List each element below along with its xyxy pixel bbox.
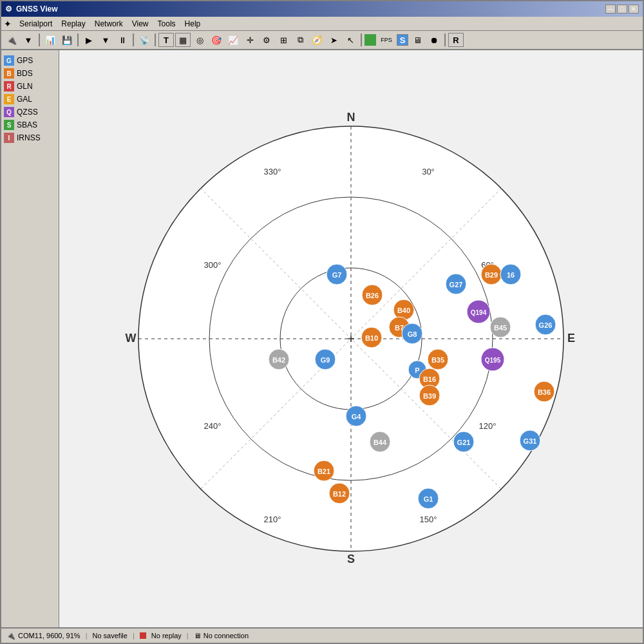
menu-network[interactable]: Network	[91, 19, 127, 29]
dropdown-button[interactable]: ▼	[21, 33, 36, 47]
menu-replay[interactable]: Replay	[57, 19, 89, 29]
svg-text:B10: B10	[365, 334, 378, 342]
gal-label: GAL	[17, 95, 32, 104]
svg-text:Q194: Q194	[471, 309, 487, 316]
table-button[interactable]: ▦	[175, 33, 191, 47]
bds-badge: B	[4, 68, 14, 79]
svg-text:300°: 300°	[204, 260, 222, 270]
close-button[interactable]: ✕	[629, 5, 639, 14]
svg-text:B45: B45	[494, 324, 507, 332]
sidebar: G GPS B BDS R GLN E GAL Q QZSS S SBAS	[1, 50, 59, 627]
replay-indicator	[140, 632, 146, 639]
svg-text:W: W	[126, 332, 137, 345]
network-icon: 🖥	[194, 632, 201, 639]
svg-text:30°: 30°	[422, 167, 435, 176]
arrow-button[interactable]: ➤	[326, 33, 341, 47]
svg-text:N: N	[347, 111, 355, 124]
svg-text:B21: B21	[317, 468, 330, 475]
separator-3	[133, 33, 134, 46]
bds-label: BDS	[17, 69, 33, 78]
svg-text:B35: B35	[431, 356, 444, 364]
title-bar-left: ⚙ GNSS View	[5, 5, 57, 14]
svg-text:G8: G8	[408, 330, 417, 338]
menu-view[interactable]: View	[128, 19, 153, 29]
svg-text:B39: B39	[423, 392, 436, 400]
legend-qzss: Q QZSS	[4, 107, 56, 117]
gps-label: GPS	[17, 56, 33, 65]
menu-tools[interactable]: Tools	[154, 19, 180, 29]
fps-button[interactable]: FPS	[377, 33, 395, 47]
legend-sbas: S SBAS	[4, 120, 56, 130]
qzss-badge: Q	[4, 107, 14, 117]
legend-irnss: I IRNSS	[4, 133, 56, 143]
svg-text:120°: 120°	[479, 421, 497, 431]
connection-text: COM11, 9600, 91%	[18, 632, 80, 639]
sky-view: N S W E 330° 300° 240° 210° 150° 120° 60…	[59, 50, 643, 627]
nav-button[interactable]: 🧭	[309, 33, 325, 47]
play-button[interactable]: ▶	[81, 33, 97, 47]
cross-button[interactable]: ✛	[242, 33, 258, 47]
maximize-button[interactable]: □	[617, 5, 627, 14]
svg-text:P: P	[415, 366, 419, 374]
separator-1	[39, 33, 40, 46]
grid-button[interactable]: ⊞	[276, 33, 291, 47]
pause-button[interactable]: ⏸	[115, 33, 130, 47]
antenna-button[interactable]: 📡	[137, 33, 152, 47]
svg-text:G26: G26	[539, 321, 553, 329]
copy-button[interactable]: ⧉	[292, 33, 308, 47]
minimize-button[interactable]: —	[605, 5, 616, 14]
network-status: 🖥 No connection	[194, 632, 249, 639]
menu-bar: ✦ Serialport Replay Network View Tools H…	[1, 17, 643, 31]
qzss-label: QZSS	[17, 108, 38, 117]
window-title: GNSS View	[16, 5, 57, 14]
sky-plot: N S W E 330° 300° 240° 210° 150° 120° 60…	[113, 100, 589, 577]
divider-1: |	[86, 632, 88, 639]
toolbar: 🔌 ▼ 📊 💾 ▶ ▼ ⏸ 📡 T ▦ ◎ 🎯 📈 ✛ ⚙ ⊞ ⧉ 🧭 ➤ ↖ …	[1, 31, 643, 50]
separator-2	[77, 33, 79, 46]
green-button[interactable]	[365, 34, 376, 46]
bar-button[interactable]: 📈	[225, 33, 241, 47]
svg-text:240°: 240°	[204, 421, 222, 431]
svg-text:G1: G1	[424, 495, 433, 503]
gln-label: GLN	[17, 82, 33, 91]
svg-text:B26: B26	[366, 292, 379, 299]
title-bar-controls: — □ ✕	[605, 5, 639, 14]
r-button[interactable]: R	[448, 33, 464, 47]
separator-5	[361, 33, 362, 46]
separator-4	[155, 33, 156, 46]
text-button[interactable]: T	[158, 33, 174, 47]
connect-button[interactable]: 🔌	[4, 33, 19, 47]
sky-container: N S W E 330° 300° 240° 210° 150° 120° 60…	[113, 100, 589, 577]
separator-6	[444, 33, 446, 46]
irnss-label: IRNSS	[17, 133, 41, 142]
s-button[interactable]: S	[397, 34, 408, 46]
gps-badge: G	[4, 55, 14, 66]
svg-text:G21: G21	[457, 439, 471, 446]
svg-text:G4: G4	[352, 413, 362, 421]
legend-gln: R GLN	[4, 81, 56, 91]
gal-badge: E	[4, 94, 14, 104]
chart-button[interactable]: 📊	[43, 33, 58, 47]
legend-gps: G GPS	[4, 55, 56, 66]
irnss-badge: I	[4, 133, 14, 143]
monitor-button[interactable]: 🖥	[410, 33, 425, 47]
sbas-label: SBAS	[17, 120, 37, 129]
savefile-text: No savefile	[92, 632, 127, 639]
record-button[interactable]: ⏺	[426, 33, 442, 47]
svg-text:Q195: Q195	[485, 357, 501, 364]
gear-button[interactable]: ⚙	[259, 33, 274, 47]
circle-button[interactable]: ◎	[192, 33, 207, 47]
connection-icon: 🔌	[6, 632, 15, 640]
network-text: No connection	[204, 632, 249, 639]
svg-text:B42: B42	[272, 356, 285, 364]
menu-serialport[interactable]: Serialport	[15, 19, 56, 29]
target-button[interactable]: 🎯	[209, 33, 224, 47]
replay-status: No replay	[140, 632, 182, 639]
cursor-button[interactable]: ↖	[343, 33, 358, 47]
play-dropdown[interactable]: ▼	[98, 33, 113, 47]
svg-text:210°: 210°	[264, 515, 281, 524]
menu-help[interactable]: Help	[181, 19, 205, 29]
sbas-badge: S	[4, 120, 14, 130]
save-button[interactable]: 💾	[59, 33, 75, 47]
replay-text: No replay	[151, 632, 182, 639]
